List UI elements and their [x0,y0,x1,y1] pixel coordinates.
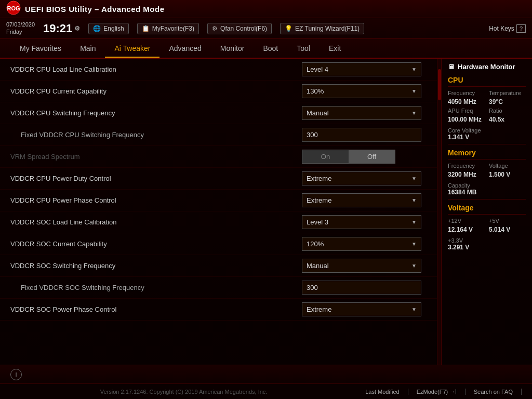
toggle-4[interactable]: OnOff [302,150,395,164]
fan-icon: ⚙ [212,25,218,32]
search-faq-button[interactable]: Search on FAQ [466,389,522,395]
mem-voltage-label: Voltage [489,163,526,169]
tab-exit[interactable]: Exit [320,40,350,57]
setting-row-5: VDDCR CPU Power Duty ControlExtreme▼ [0,168,437,190]
qfan-button[interactable]: ⚙ Qfan Control(F6) [207,23,272,34]
hotkeys-button[interactable]: Hot Keys ? [489,24,526,33]
dropdown-arrow-8: ▼ [411,241,417,247]
plus5v-value: 5.014 V [489,226,526,233]
help-icon: ? [516,24,526,33]
content-area: VDDCR CPU Load Line CalibrationLevel 4▼V… [0,59,437,365]
wizard-icon: 💡 [285,25,292,32]
dropdown-8[interactable]: 120%▼ [302,237,421,251]
cpu-stats: Frequency Temperature 4050 MHz 39°C APU … [448,90,526,123]
settings-gear-icon[interactable]: ⚙ [74,25,80,32]
qfan-label: Qfan Control(F6) [220,25,267,32]
dropdown-value-2: Manual [307,109,329,117]
plus12v-label: +12V [448,218,485,224]
plus12v-value: 12.164 V [448,226,485,233]
dropdown-1[interactable]: 130%▼ [302,84,421,98]
date-text: 07/03/2020 [6,21,35,28]
setting-row-8: VDDCR SOC Current Capability120%▼ [0,233,437,255]
dropdown-arrow-6: ▼ [411,197,417,203]
dropdown-11[interactable]: Extreme▼ [302,302,421,316]
tab-tool[interactable]: Tool [287,40,320,57]
cpu-freq-label: Frequency [448,90,485,96]
footer-copyright: Version 2.17.1246. Copyright (C) 2019 Am… [10,389,357,395]
setting-control-3 [302,128,427,142]
tab-monitor[interactable]: Monitor [211,40,254,57]
plus3v-label: +3.3V [448,237,526,244]
dropdown-7[interactable]: Level 3▼ [302,215,421,229]
setting-row-10: Fixed VDDCR SOC Switching Frequency [0,277,437,299]
footer-nav: Last Modified EzMode(F7) →| Search on FA… [357,389,522,395]
scrollbar[interactable] [437,59,441,365]
myfavorite-icon: 📋 [142,25,150,32]
myfavorite-button[interactable]: 📋 MyFavorite(F3) [137,23,199,34]
nav-tabs: My Favorites Main Ai Tweaker Advanced Mo… [0,39,532,59]
dropdown-value-8: 120% [307,240,324,248]
info-icon-button[interactable]: i [10,369,22,380]
monitor-icon: 🖥 [448,63,455,71]
dropdown-0[interactable]: Level 4▼ [302,62,421,76]
setting-row-0: VDDCR CPU Load Line CalibrationLevel 4▼ [0,59,437,81]
setting-control-4: OnOff [302,150,427,164]
apu-freq-label: APU Freq [448,108,485,114]
dropdown-2[interactable]: Manual▼ [302,106,421,120]
hotkeys-label: Hot Keys [489,25,514,32]
core-voltage-row: Core Voltage 1.341 V [448,127,526,141]
mem-voltage-value: 1.500 V [489,171,526,178]
dropdown-value-9: Manual [307,262,329,270]
dropdown-value-6: Extreme [307,196,331,204]
datetime-display: 07/03/2020 Friday [6,21,35,35]
setting-label-0: VDDCR CPU Load Line Calibration [10,65,302,73]
day-text: Friday [6,29,35,35]
plus5v-label: +5V [489,218,526,224]
plus3v-value: 3.291 V [448,244,526,251]
toggle-on-btn-4[interactable]: On [302,150,349,163]
setting-label-5: VDDCR CPU Power Duty Control [10,175,302,182]
language-button[interactable]: 🌐 English [88,23,128,34]
setting-control-9: Manual▼ [302,259,427,273]
topbar: 07/03/2020 Friday 19:21 ⚙ 🌐 English 📋 My… [0,18,532,39]
text-input-3[interactable] [302,128,421,142]
mem-capacity-value: 16384 MB [448,189,526,196]
dropdown-value-7: Level 3 [307,218,328,226]
setting-row-4: VRM Spread SpectrumOnOff [0,146,437,168]
header-bar: ROG UEFI BIOS Utility – Advanced Mode [0,0,532,18]
setting-row-3: Fixed VDDCR CPU Switching Frequency [0,124,437,146]
text-input-10[interactable] [302,281,421,295]
ez-mode-icon: →| [450,389,457,394]
dropdown-5[interactable]: Extreme▼ [302,171,421,185]
toggle-off-btn-4[interactable]: Off [349,150,395,163]
setting-control-2: Manual▼ [302,106,427,120]
tab-my-favorites[interactable]: My Favorites [10,40,71,57]
ratio-value: 40.5x [489,116,526,123]
tab-main[interactable]: Main [71,40,105,57]
voltage-stats: +12V +5V 12.164 V 5.014 V [448,218,526,233]
tab-ai-tweaker[interactable]: Ai Tweaker [105,40,159,58]
setting-label-11: VDDCR SOC Power Phase Control [10,305,302,313]
core-voltage-value: 1.341 V [448,134,526,141]
cpu-temp-label: Temperature [489,90,526,96]
dropdown-value-0: Level 4 [307,65,328,73]
dropdown-9[interactable]: Manual▼ [302,259,421,273]
eztuning-button[interactable]: 💡 EZ Tuning Wizard(F11) [280,23,364,34]
last-modified-button[interactable]: Last Modified [357,389,408,395]
setting-row-2: VDDCR CPU Switching FrequencyManual▼ [0,102,437,124]
tab-advanced[interactable]: Advanced [159,40,210,57]
setting-row-7: VDDCR SOC Load Line CalibrationLevel 3▼ [0,211,437,233]
setting-control-7: Level 3▼ [302,215,427,229]
dropdown-arrow-9: ▼ [411,263,417,269]
settings-list: VDDCR CPU Load Line CalibrationLevel 4▼V… [0,59,437,321]
tab-boot[interactable]: Boot [254,40,287,57]
setting-label-3: Fixed VDDCR CPU Switching Frequency [10,131,302,139]
setting-label-1: VDDCR CPU Current Capability [10,87,302,95]
dropdown-arrow-1: ▼ [411,88,417,94]
dropdown-6[interactable]: Extreme▼ [302,193,421,207]
ez-mode-button[interactable]: EzMode(F7) →| [408,389,466,395]
rog-logo-icon: ROG [6,1,21,17]
scrollbar-thumb[interactable] [438,69,441,100]
dropdown-arrow-0: ▼ [411,66,417,72]
app-title: UEFI BIOS Utility – Advanced Mode [25,5,526,14]
